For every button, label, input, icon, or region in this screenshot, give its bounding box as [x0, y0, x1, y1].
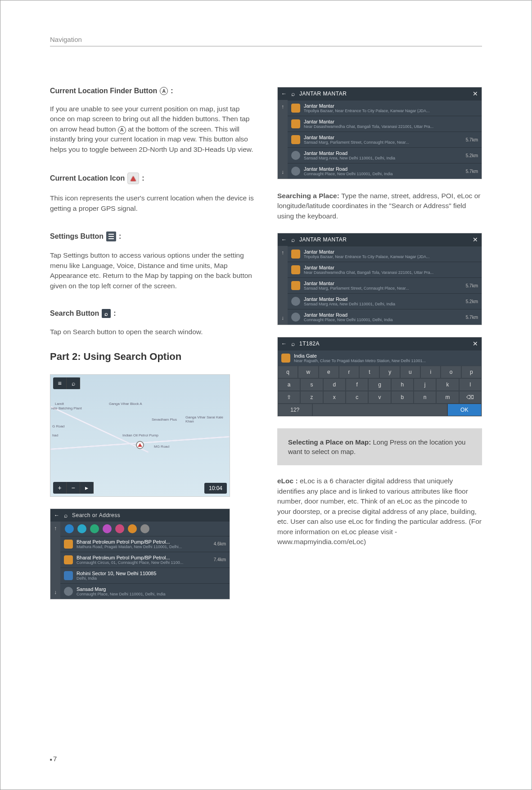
category-icon[interactable]	[77, 524, 86, 533]
key[interactable]: j	[414, 378, 436, 391]
current-location-marker-icon	[136, 441, 144, 449]
search-icon[interactable]: ⌕	[291, 236, 295, 243]
search-query[interactable]: JANTAR MANTAR	[299, 91, 468, 97]
category-icon[interactable]	[128, 524, 137, 533]
search-query[interactable]: JANTAR MANTAR	[299, 236, 468, 243]
search-query[interactable]: 1T182A	[299, 341, 468, 347]
key[interactable]: ⌫	[459, 391, 482, 404]
poi-icon	[64, 555, 73, 564]
key[interactable]: a	[278, 378, 300, 391]
list-item[interactable]: Jantar MantarSansad Marg, Parliament Str…	[288, 132, 482, 147]
category-icon[interactable]	[103, 524, 112, 533]
tip-box: Selecting a Place on Map: Long Press on …	[277, 428, 482, 465]
search-icon[interactable]: ⌕	[291, 340, 295, 347]
list-item[interactable]: Jantar Mantar RoadSansad Marg Area, New …	[288, 293, 482, 309]
poi-icon	[64, 587, 73, 596]
key[interactable]: e	[319, 366, 339, 378]
clear-icon[interactable]: ✕	[473, 90, 478, 97]
list-item[interactable]: Jantar Mantar RoadConnaught Place, New D…	[288, 163, 482, 179]
key[interactable]: q	[278, 366, 298, 378]
key[interactable]: t	[359, 366, 379, 378]
key[interactable]: z	[300, 391, 323, 404]
map-time: 10:04	[204, 483, 227, 494]
key[interactable]: c	[346, 391, 368, 404]
list-item[interactable]: Jantar MantarNear Dasashwamedha Ghat, Ba…	[288, 262, 482, 277]
back-icon[interactable]: ←	[54, 512, 59, 518]
key-space[interactable]	[312, 404, 447, 416]
category-icon[interactable]	[140, 524, 149, 533]
key[interactable]: y	[379, 366, 400, 378]
list-item[interactable]: Bharat Petroleum Petrol Pump/BP Petrol..…	[60, 536, 230, 552]
key[interactable]: ⇧	[278, 391, 300, 404]
list-item[interactable]: Jantar Mantar RoadSansad Marg Area, New …	[288, 147, 482, 163]
key[interactable]: p	[461, 366, 482, 378]
search-icon: ⌕	[102, 309, 111, 318]
menu-icon: ≡	[53, 377, 67, 389]
zoom-out-icon: −	[67, 482, 80, 494]
scroll-indicator: ↑↓	[278, 246, 288, 325]
poi-icon	[291, 313, 300, 322]
key[interactable]: d	[323, 378, 346, 391]
key[interactable]: v	[368, 391, 391, 404]
clear-icon[interactable]: ✕	[473, 236, 478, 243]
section-title-settings: Settings Button :	[50, 232, 255, 241]
map-top-buttons[interactable]: ≡⌕	[53, 377, 80, 389]
key[interactable]: n	[414, 391, 436, 404]
list-item[interactable]: Rohini Sector 10, New Delhi 110085Delhi,…	[60, 568, 230, 583]
key[interactable]: l	[459, 378, 482, 391]
list-item[interactable]: Jantar Mantar RoadConnaught Place, New D…	[288, 309, 482, 325]
key[interactable]: i	[420, 366, 441, 378]
key[interactable]: r	[339, 366, 359, 378]
page-number: 7	[50, 755, 57, 763]
key[interactable]: o	[441, 366, 461, 378]
search-icon[interactable]: ⌕	[291, 90, 295, 97]
key-123[interactable]: 12?	[278, 404, 312, 416]
list-item[interactable]: Bharat Petroleum Petrol Pump/BP Petrol..…	[60, 552, 230, 568]
back-icon[interactable]: ←	[281, 341, 287, 347]
section-title-search: Search Button ⌕ :	[50, 309, 255, 318]
category-icon[interactable]	[65, 524, 74, 533]
poi-icon	[291, 297, 300, 306]
poi-icon	[281, 354, 290, 363]
list-item[interactable]: Jantar MantarNear Dasashwamedha Ghat, Ba…	[288, 116, 482, 132]
search-icon[interactable]: ⌕	[64, 512, 68, 519]
play-icon: ▸	[80, 482, 94, 494]
clear-icon[interactable]: ✕	[473, 340, 478, 347]
poi-icon	[64, 540, 73, 549]
scroll-indicator: ↑↓	[278, 100, 288, 179]
title-text: Settings Button	[50, 232, 104, 241]
key[interactable]: b	[391, 391, 414, 404]
list-item[interactable]: India Gate Near Rajpath, Close To Pragat…	[278, 350, 482, 366]
title-text: Current Location Finder Button	[50, 87, 157, 95]
list-item[interactable]: Jantar MantarTripoliya Bazaar, Near Entr…	[288, 246, 482, 262]
searching-place-text: Searching a Place: Type the name, street…	[277, 191, 482, 221]
screenshot-search-results-2: ← ⌕ JANTAR MANTAR ✕ ↑↓ Jantar MantarTrip…	[277, 233, 482, 325]
key[interactable]: k	[436, 378, 459, 391]
key[interactable]: w	[298, 366, 318, 378]
map-zoom-buttons[interactable]: +−▸	[53, 482, 94, 494]
category-icon[interactable]	[90, 524, 99, 533]
key-ok[interactable]: OK	[447, 404, 482, 416]
category-bar[interactable]	[60, 522, 230, 536]
key[interactable]: u	[400, 366, 420, 378]
key[interactable]: f	[346, 378, 368, 391]
list-item[interactable]: Jantar MantarSansad Marg, Parliament Str…	[288, 277, 482, 293]
search-placeholder[interactable]: Search or Address	[72, 512, 226, 518]
back-icon[interactable]: ←	[281, 91, 287, 97]
keyboard[interactable]: qwertyuiopasdfghjkl⇧zxcvbnm⌫12?OK	[278, 366, 482, 416]
list-item[interactable]: Jantar MantarTripoliya Bazaar, Near Entr…	[288, 100, 482, 116]
back-icon[interactable]: ←	[281, 236, 287, 243]
key[interactable]: g	[368, 378, 391, 391]
key[interactable]: s	[300, 378, 323, 391]
key[interactable]: h	[391, 378, 414, 391]
key[interactable]: m	[436, 391, 459, 404]
list-item[interactable]: Sansad MargConnaught Place, New Delhi 11…	[60, 583, 230, 599]
arrow-head-icon: A	[160, 87, 168, 95]
key[interactable]: x	[323, 391, 346, 404]
page-header: Navigation	[50, 36, 482, 46]
category-icon[interactable]	[115, 524, 124, 533]
poi-icon	[291, 135, 300, 144]
page: Navigation Current Location Finder Butto…	[0, 0, 532, 790]
hamburger-icon	[106, 232, 116, 241]
zoom-in-icon: +	[53, 482, 67, 494]
